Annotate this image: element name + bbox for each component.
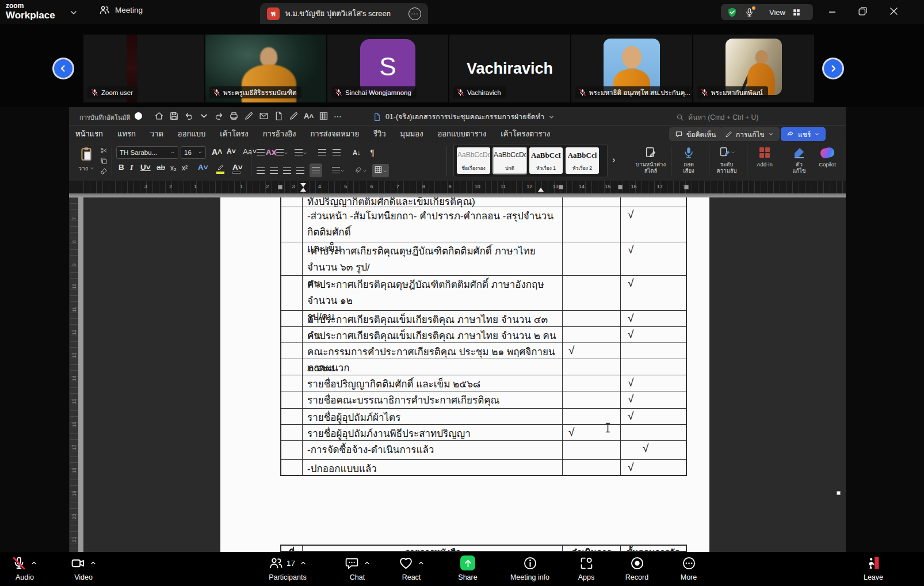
table-column-marker[interactable] <box>559 185 563 189</box>
borders-icon[interactable] <box>372 164 389 177</box>
table-column-marker[interactable] <box>618 185 623 189</box>
document-table[interactable]: ทั้งปริญญากิตติมศักดิ์และเข็มเกียรติคุณ)… <box>280 197 687 476</box>
text-effects-icon[interactable]: A˅ <box>198 163 208 172</box>
chat-options-chevron[interactable] <box>364 560 371 566</box>
document-page[interactable]: ทั้งปริญญากิตติมศักดิ์และเข็มเกียรติคุณ)… <box>220 197 709 552</box>
styles-gallery-more-icon[interactable] <box>610 157 617 163</box>
align-center-icon[interactable] <box>270 168 278 174</box>
video-button[interactable]: Video <box>52 555 115 581</box>
strikethrough-icon[interactable]: ab <box>156 163 165 172</box>
table-row[interactable]: รายชื่อปริญญากิตติมศักดิ์ และเข็ม ๒๕๖๘√ <box>281 375 686 391</box>
ribbon-tab-design[interactable]: ออกแบบ <box>178 128 205 140</box>
video-tile-vachiravich[interactable]: Vachiravich Vachiravich <box>449 35 570 102</box>
tab-meeting[interactable]: Meeting <box>99 5 143 16</box>
style-heading2[interactable]: AaBbCcl หัวเรื่อง 2 <box>566 147 599 174</box>
save-icon[interactable] <box>169 111 179 121</box>
share-button[interactable]: แชร์ <box>781 127 826 141</box>
document-title[interactable]: 01-(จริง)เอกสารการประชุมคณะกรรมการฝ่ายจั… <box>373 111 555 123</box>
justify-icon[interactable] <box>296 168 304 174</box>
first-line-indent-marker[interactable] <box>300 183 306 187</box>
restore-button[interactable] <box>857 6 868 17</box>
table-row[interactable]: คำประกาศเกียรติคุณเข็มเกียรติคุณ ภาษาไทย… <box>281 311 686 327</box>
undo-icon[interactable] <box>184 111 194 121</box>
workspace-chevron-icon[interactable] <box>69 8 78 17</box>
ribbon-tab-home[interactable]: หน้าแรก <box>75 128 103 140</box>
copilot-button[interactable]: Copilot <box>812 145 842 168</box>
minimize-button[interactable] <box>827 7 837 17</box>
table-row[interactable]: -การจัดซื้อจ้าง-ดำเนินการแล้ว√ <box>281 441 686 460</box>
style-subtitle[interactable]: AaBbCcDdEe ชื่อเรื่องรอง <box>457 147 490 174</box>
copy-icon[interactable] <box>100 157 108 165</box>
font-size-select[interactable]: 16 <box>181 146 206 159</box>
shading-icon[interactable] <box>354 165 367 176</box>
table-row[interactable]: ภาคผนวก <box>281 359 686 375</box>
ribbon-tab-table-layout[interactable]: เค้าโครงตาราง <box>501 128 550 140</box>
shrink-font-icon[interactable]: A˅ <box>227 147 236 155</box>
table-row[interactable]: รายชื่อผู้อุปถัมภ์ผ้าไตร√ <box>281 409 686 425</box>
redo-icon[interactable] <box>214 111 224 121</box>
format-painter-icon[interactable] <box>100 168 108 175</box>
ribbon-tab-draw[interactable]: วาด <box>150 128 163 140</box>
video-options-chevron[interactable] <box>90 560 97 566</box>
table-column-marker[interactable] <box>278 185 282 189</box>
participants-options-chevron[interactable] <box>300 560 307 566</box>
add-in-button[interactable]: Add-in <box>748 145 781 168</box>
next-participants-button[interactable] <box>824 59 842 78</box>
right-indent-marker[interactable] <box>538 188 544 192</box>
ribbon-tab-table-design[interactable]: ออกแบบตาราง <box>437 128 486 140</box>
tab-shared-screen[interactable]: พ พ.ม.ขวัญชัย ปุตตวิเสโส's screen ... <box>260 3 428 24</box>
align-right-icon[interactable] <box>283 168 291 174</box>
view-grid-icon[interactable] <box>792 8 801 17</box>
grow-font-icon[interactable]: A˄ <box>212 147 222 157</box>
audio-button[interactable]: Audio <box>0 555 56 581</box>
dictate-button[interactable]: ถอด เสียง <box>672 145 705 174</box>
react-options-chevron[interactable] <box>418 560 425 566</box>
ribbon-tab-review[interactable]: รีวิว <box>373 128 386 140</box>
meeting-info-button[interactable]: Meeting info <box>498 555 562 581</box>
leave-button[interactable]: Leave <box>842 555 905 581</box>
numbered-list-icon[interactable] <box>276 147 288 158</box>
video-tile-thiti[interactable]: พระมหาธิติ อนุภทฺโท สน.ประกันคุ... <box>571 35 692 102</box>
mail-icon[interactable] <box>259 111 269 121</box>
search-box[interactable]: ค้นหา (Cmd + Ctrl + U) <box>676 112 758 123</box>
table-row[interactable]: รายชื่อผู้อุปถัมภ์งานพิธีประสาทปริญญา√ <box>281 425 686 441</box>
horizontal-ruler[interactable]: 321123456789101112131415161718 <box>69 181 846 193</box>
table-icon[interactable] <box>319 111 329 121</box>
italic-icon[interactable]: I <box>130 163 133 172</box>
document-canvas[interactable]: 789101112131415161718192021 ทั้งปริญญากิ… <box>69 197 846 552</box>
distributed-justify-icon[interactable] <box>310 163 322 177</box>
ribbon-tab-view[interactable]: มุมมอง <box>400 128 423 140</box>
previous-participants-button[interactable] <box>54 59 72 78</box>
highlight-color-icon[interactable] <box>216 164 225 174</box>
font-name-select[interactable]: TH Sarabu... <box>116 146 178 159</box>
editing-mode-button[interactable]: การแก้ไข <box>719 127 780 141</box>
decrease-indent-icon[interactable] <box>318 147 326 158</box>
line-spacing-icon[interactable] <box>332 165 345 176</box>
ribbon-tab-mailings[interactable]: การส่งจดหมาย <box>310 128 359 140</box>
table-row[interactable]: -คำประกาศเกียรติคุณดุษฎีบัณฑิตกิตติมศักด… <box>281 242 686 276</box>
comments-button[interactable]: ข้อคิดเห็น <box>669 127 721 141</box>
security-shield-icon[interactable] <box>727 7 738 18</box>
video-tile-monk1[interactable]: พระครูเมธีสิริธรรมบัณฑิต <box>205 35 326 102</box>
sensitivity-button[interactable]: ระดับ ความลับ <box>710 145 743 174</box>
audio-options-chevron[interactable] <box>30 560 37 566</box>
vertical-ruler[interactable]: 789101112131415161718192021 <box>70 197 83 552</box>
bullet-list-icon[interactable] <box>257 147 269 158</box>
second-table-header[interactable]: ที่ รายการหนังสือ ดำเนินการ ขั้นตอนการจั… <box>280 545 687 552</box>
draw-icon[interactable] <box>289 111 299 121</box>
table-column-marker[interactable] <box>684 185 689 189</box>
multilevel-list-icon[interactable] <box>295 147 307 158</box>
table-row[interactable]: คณะกรรมการคำประกาศเกียรติคุณ ประชุม ๒๑ พ… <box>281 343 686 359</box>
table-row[interactable]: -ปกออกแบบแล้ว√ <box>281 460 686 475</box>
new-document-icon[interactable] <box>274 111 284 121</box>
underline-icon[interactable]: U˅ <box>140 163 151 172</box>
change-case-icon[interactable]: Aa˅ <box>243 147 257 156</box>
print-icon[interactable] <box>229 111 239 121</box>
ribbon-tab-references[interactable]: การอ้างอิง <box>263 128 296 140</box>
view-button-label[interactable]: View <box>769 8 785 17</box>
cut-icon[interactable] <box>100 147 108 154</box>
increase-indent-icon[interactable] <box>333 147 341 158</box>
subscript-icon[interactable]: x₂ <box>170 164 177 172</box>
align-left-icon[interactable] <box>257 168 265 174</box>
editor-button[interactable]: ตัว แก้ไข <box>782 145 816 174</box>
